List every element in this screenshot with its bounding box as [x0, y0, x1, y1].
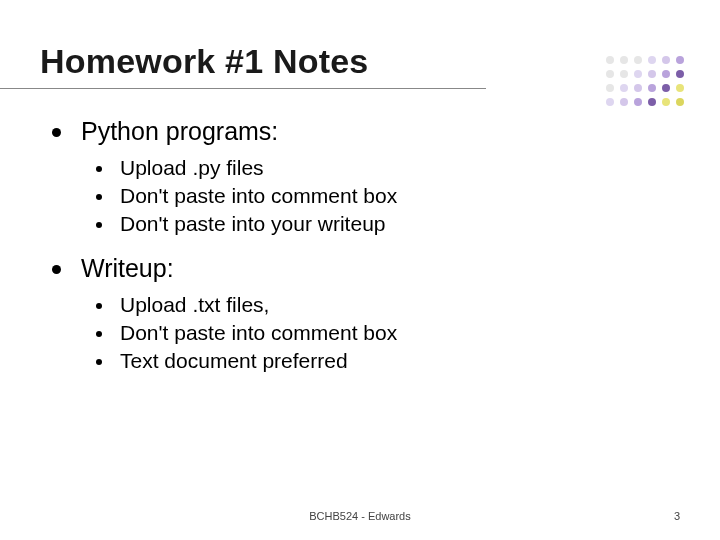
sub-list: Upload .txt files, Don't paste into comm…	[52, 293, 666, 373]
slide: Homework #1 Notes Python programs: Uploa…	[0, 0, 720, 540]
dot-icon	[606, 56, 614, 64]
list-item: Upload .txt files,	[96, 293, 666, 317]
dot-icon	[676, 70, 684, 78]
bullet-icon	[96, 331, 102, 337]
item-text: Don't paste into comment box	[120, 184, 397, 208]
bullet-icon	[52, 128, 61, 137]
footer-center: BCHB524 - Edwards	[309, 510, 411, 522]
item-text: Text document preferred	[120, 349, 348, 373]
dot-icon	[620, 70, 628, 78]
dot-icon	[662, 84, 670, 92]
dot-icon	[620, 56, 628, 64]
bullet-icon	[96, 194, 102, 200]
bullet-icon	[96, 359, 102, 365]
dot-icon	[634, 98, 642, 106]
content: Python programs: Upload .py files Don't …	[40, 117, 666, 373]
item-text: Don't paste into your writeup	[120, 212, 385, 236]
dot-icon	[648, 56, 656, 64]
dot-icon	[648, 98, 656, 106]
page-number: 3	[674, 510, 680, 522]
list-item: Upload .py files	[96, 156, 666, 180]
dot-icon	[676, 56, 684, 64]
title-wrap: Homework #1 Notes	[40, 42, 666, 81]
list-item: Python programs: Upload .py files Don't …	[52, 117, 666, 236]
dot-icon	[620, 84, 628, 92]
list-item: Don't paste into your writeup	[96, 212, 666, 236]
dot-icon	[676, 98, 684, 106]
dot-icon	[620, 98, 628, 106]
dot-icon	[662, 70, 670, 78]
bullet-icon	[96, 166, 102, 172]
section-heading: Python programs:	[81, 117, 278, 146]
list-item: Writeup: Upload .txt files, Don't paste …	[52, 254, 666, 373]
dot-icon	[676, 84, 684, 92]
dot-icon	[634, 70, 642, 78]
bullet-icon	[96, 222, 102, 228]
item-text: Upload .txt files,	[120, 293, 269, 317]
list-item: Don't paste into comment box	[96, 321, 666, 345]
title-underline	[0, 88, 486, 89]
item-text: Don't paste into comment box	[120, 321, 397, 345]
slide-title: Homework #1 Notes	[40, 42, 666, 81]
dot-icon	[606, 98, 614, 106]
footer: BCHB524 - Edwards 3	[0, 510, 720, 522]
dot-icon	[648, 84, 656, 92]
item-text: Upload .py files	[120, 156, 264, 180]
dot-icon	[648, 70, 656, 78]
section-heading: Writeup:	[81, 254, 174, 283]
dot-icon	[634, 84, 642, 92]
dot-icon	[606, 84, 614, 92]
dot-icon	[606, 70, 614, 78]
dot-icon	[662, 98, 670, 106]
bullet-icon	[52, 265, 61, 274]
dot-icon	[634, 56, 642, 64]
bullet-icon	[96, 303, 102, 309]
decoration-dots	[606, 56, 686, 108]
dot-icon	[662, 56, 670, 64]
list-item: Text document preferred	[96, 349, 666, 373]
bullet-list: Python programs: Upload .py files Don't …	[40, 117, 666, 373]
sub-list: Upload .py files Don't paste into commen…	[52, 156, 666, 236]
list-item: Don't paste into comment box	[96, 184, 666, 208]
